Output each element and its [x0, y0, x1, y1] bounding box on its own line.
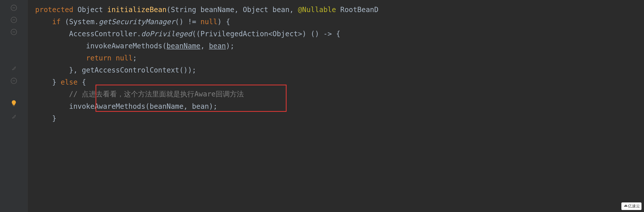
param-ref: bean — [209, 42, 226, 50]
punct: ) — [209, 102, 213, 111]
fold-close-icon[interactable] — [11, 65, 17, 72]
param-ref: bean — [192, 102, 209, 111]
punct: ; — [230, 42, 234, 50]
punct: ( — [179, 66, 183, 74]
punct: ; — [133, 54, 137, 62]
punct: ) — [183, 66, 188, 74]
punct: ) — [188, 66, 192, 74]
fold-toggle-icon[interactable] — [10, 28, 18, 36]
type: RootBeanD — [340, 6, 379, 14]
method-call: invokeAwareMethods — [69, 102, 145, 111]
param: beanName — [200, 6, 234, 14]
punct: ( — [162, 42, 167, 50]
punct: ) — [226, 42, 230, 50]
watermark-text: 亿速云 — [628, 204, 640, 209]
param-ref: beanName — [167, 42, 201, 50]
keyword: null — [116, 54, 132, 62]
punct: < — [268, 30, 272, 38]
punct: ( — [167, 6, 171, 14]
keyword: else — [61, 78, 77, 86]
method-name: initializeBean — [107, 6, 167, 14]
punct: . — [95, 18, 99, 26]
punct: { — [226, 18, 230, 26]
punct: } — [52, 78, 56, 86]
punct: ( — [145, 102, 150, 111]
operator: != — [188, 18, 196, 26]
fold-close-icon[interactable] — [11, 113, 17, 120]
punct: } — [69, 66, 73, 74]
fold-toggle-icon[interactable] — [10, 4, 18, 12]
punct: ( — [192, 30, 196, 38]
punct: ( — [65, 18, 69, 26]
keyword: null — [200, 18, 217, 26]
punct: ) — [302, 30, 306, 38]
code-line: invokeAwareMethods(beanName, bean); — [28, 100, 644, 112]
fold-toggle-icon[interactable] — [10, 77, 18, 85]
comment: // 点进去看看，这个方法里面就是执行Aware回调方法 — [69, 89, 244, 99]
code-line: invokeAwareMethods(beanName, bean); — [28, 40, 644, 52]
punct: , — [183, 102, 192, 111]
keyword: if — [52, 18, 61, 26]
punct: ) — [179, 18, 183, 26]
code-line: } else { — [28, 76, 644, 88]
method-call: getAccessControlContext — [82, 66, 179, 74]
punct: ) — [217, 18, 222, 26]
punct: ( — [311, 30, 315, 38]
punct: , — [200, 42, 209, 50]
punct: . — [137, 30, 141, 38]
punct: , — [73, 66, 82, 74]
code-editor[interactable]: protected Object initializeBean(String b… — [28, 0, 644, 212]
code-line: if (System.getSecurityManager() != null)… — [28, 16, 644, 28]
punct: ( — [196, 30, 201, 38]
type: Object — [272, 30, 298, 38]
code-line: // 点进去看看，这个方法里面就是执行Aware回调方法 — [28, 88, 644, 100]
punct: ) — [315, 30, 319, 38]
editor-gutter — [0, 0, 28, 212]
punct: , — [290, 6, 298, 14]
annotation: @Nullable — [298, 6, 336, 14]
code-line: AccessController.doPrivileged((Privilege… — [28, 28, 644, 40]
punct: ( — [175, 18, 179, 26]
class-ref: AccessController — [69, 30, 137, 38]
punct: ; — [192, 66, 196, 74]
fold-toggle-icon[interactable] — [10, 16, 18, 24]
type: String — [171, 6, 196, 14]
punct: { — [336, 30, 340, 38]
code-line: protected Object initializeBean(String b… — [28, 4, 644, 16]
static-method: doPrivileged — [141, 30, 192, 38]
intention-bulb-icon[interactable] — [10, 100, 17, 107]
static-method: getSecurityManager — [99, 18, 175, 26]
param-ref: beanName — [150, 102, 183, 111]
punct: ; — [213, 102, 217, 111]
method-call: invokeAwareMethods — [86, 42, 162, 50]
punct: { — [82, 78, 86, 86]
type: PrivilegedAction — [200, 30, 268, 38]
param: bean — [272, 6, 289, 14]
keyword: return — [86, 54, 111, 62]
watermark-badge: 亿速云 — [621, 202, 641, 210]
operator: -> — [323, 30, 332, 38]
code-line: return null; — [28, 52, 644, 64]
type: Object — [78, 6, 103, 14]
punct: , — [234, 6, 243, 14]
code-line: }, getAccessControlContext()); — [28, 64, 644, 76]
keyword: protected — [35, 6, 73, 14]
type: Object — [243, 6, 268, 14]
class-ref: System — [69, 18, 95, 26]
punct: } — [52, 114, 56, 123]
code-line: } — [28, 112, 644, 124]
punct: > — [298, 30, 302, 38]
